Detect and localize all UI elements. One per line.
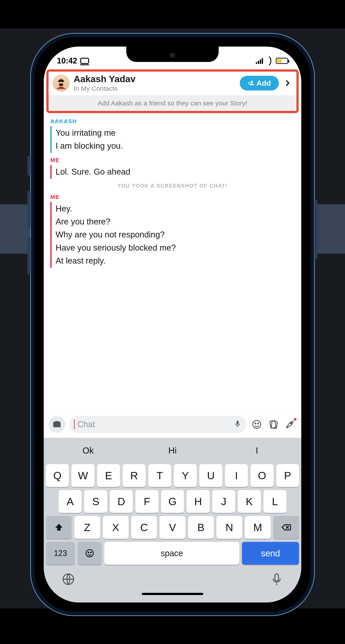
svg-point-5 [255,423,256,424]
key-v[interactable]: V [160,516,185,539]
chat-header[interactable]: Aakash Yadav In My Contacts Add [49,72,296,95]
bitmoji-icon [54,76,68,90]
cellular-signal-icon [256,58,263,64]
prediction-item[interactable]: Ok [46,446,130,456]
sleep-mode-icon [80,58,89,64]
globe-icon [61,572,75,586]
key-j[interactable]: J [212,490,235,513]
key-y[interactable]: Y [174,464,197,487]
globe-button[interactable] [61,572,75,587]
chat-placeholder: Chat [77,420,231,429]
rocket-button[interactable] [284,418,296,431]
key-u[interactable]: U [199,464,222,487]
svg-point-13 [88,552,89,553]
message-block-me: Hey. Are you there? Why are you not resp… [50,202,295,268]
message-line: Are you there? [56,215,295,228]
svg-rect-16 [275,574,278,581]
key-f[interactable]: F [135,490,158,513]
svg-rect-1 [59,84,63,86]
battery-icon [276,58,288,64]
key-z[interactable]: Z [74,516,100,539]
key-t[interactable]: T [148,464,171,487]
emoji-icon [85,548,95,558]
volume-up-button [28,191,31,228]
avatar[interactable] [53,74,70,92]
gallery-icon [268,419,279,430]
key-backspace[interactable] [273,516,299,539]
gallery-button[interactable] [267,418,280,431]
smiley-icon [251,419,262,430]
add-person-icon [248,80,254,86]
shift-icon [54,522,64,532]
mute-switch [28,156,31,176]
home-indicator[interactable] [142,593,203,595]
key-h[interactable]: H [187,490,209,513]
sender-label-other: AAKASH [50,118,295,125]
svg-point-4 [253,420,261,428]
prediction-item[interactable]: Hi [130,446,215,456]
key-a[interactable]: A [59,490,82,513]
keyboard: Ok Hi I Q W E R T Y U I O P [44,438,301,602]
contact-name: Aakash Yadav [74,74,236,84]
chevron-right-icon[interactable] [283,78,292,88]
key-g[interactable]: G [161,490,184,513]
key-numbers[interactable]: 123 [46,542,75,565]
key-r[interactable]: R [123,464,145,487]
key-x[interactable]: X [103,516,129,539]
key-o[interactable]: O [250,464,273,487]
key-emoji[interactable] [78,542,102,565]
mic-icon[interactable] [234,420,241,429]
message-line: Have you seriously blocked me? [56,242,295,254]
power-button [314,200,317,259]
key-b[interactable]: B [188,516,214,539]
rocket-icon [285,419,295,430]
key-m[interactable]: M [245,516,270,539]
camera-button[interactable] [49,416,65,433]
svg-point-3 [62,81,63,82]
add-friend-banner[interactable]: Add Aakash as a friend so they can see y… [49,95,296,111]
add-button-label: Add [256,79,271,88]
key-send[interactable]: send [242,542,299,565]
backspace-icon [281,522,291,533]
key-c[interactable]: C [131,516,157,539]
chat-input[interactable]: Chat [69,416,246,433]
key-w[interactable]: W [71,464,94,487]
key-k[interactable]: K [238,490,261,513]
chat-body[interactable]: AAKASH You irritating me I am blocking y… [44,113,301,412]
header-highlight: Aakash Yadav In My Contacts Add Add Aaka… [46,70,299,113]
key-space[interactable]: space [104,542,239,565]
key-p[interactable]: P [276,464,299,487]
notification-dot [294,418,296,420]
message-line: You irritating me [56,126,295,140]
screen: 10:42 [44,46,301,602]
key-q[interactable]: Q [46,464,69,487]
mic-icon [270,572,284,586]
message-block-me: Lol. Sure. Go ahead [50,165,295,179]
key-s[interactable]: S [84,490,107,513]
svg-point-9 [290,422,292,424]
sender-label-me: ME [50,194,295,200]
key-e[interactable]: E [97,464,120,487]
notch [126,46,219,62]
message-line: At least reply. [56,254,295,267]
key-l[interactable]: L [263,490,286,513]
add-friend-button[interactable]: Add [240,76,279,90]
volume-down-button [28,237,31,274]
key-shift[interactable] [46,516,72,539]
wifi-icon [266,58,273,64]
key-d[interactable]: D [110,490,133,513]
smiley-button[interactable] [250,418,263,431]
key-n[interactable]: N [216,516,242,539]
message-line: Hey. [56,202,295,215]
message-block-other: You irritating me I am blocking you. [50,126,295,153]
phone-frame: 10:42 [30,33,315,616]
contact-subtitle: In My Contacts [74,85,236,92]
message-line: Lol. Sure. Go ahead [56,166,295,178]
dictation-button[interactable] [270,572,284,587]
prediction-row: Ok Hi I [46,440,299,461]
key-i[interactable]: I [225,464,248,487]
status-time: 10:42 [57,56,77,66]
input-row: Chat [44,412,301,438]
message-line: Why are you not responding? [56,228,295,241]
prediction-item[interactable]: I [215,446,299,456]
